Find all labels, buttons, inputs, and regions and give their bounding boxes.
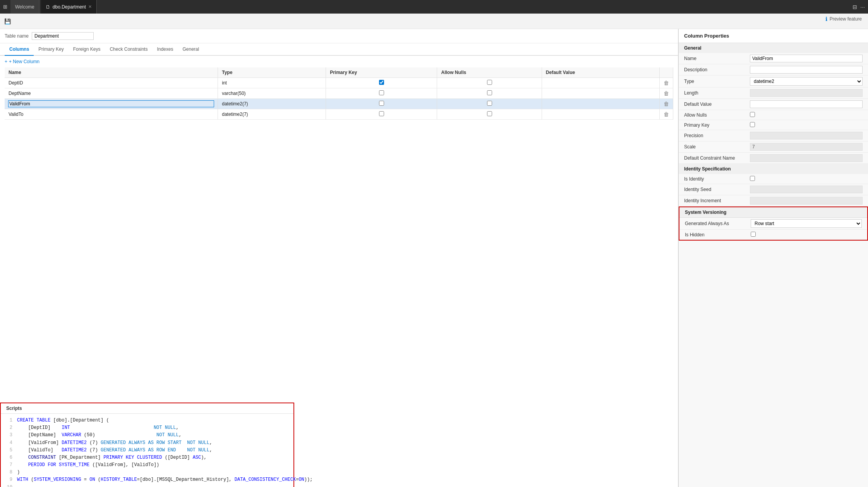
title-bar-right: ⊟ ··· [853,4,865,10]
tab-foreign-keys[interactable]: Foreign Keys [69,43,105,56]
prop-type-select[interactable]: datetime2 int varchar nvarchar bit [750,77,863,86]
code-line-5: 5 [ValidTo] DATETIME2 (7) GENERATED ALWA… [6,447,288,454]
tab-check-constraints[interactable]: Check Constraints [105,43,152,56]
table-row: DeptName varchar(50) 🗑 [5,88,673,99]
prop-label-name: Name [684,56,750,61]
scripts-header: Scripts [1,403,293,414]
prop-label-length: Length [684,90,750,96]
prop-value-primary-key [750,122,863,128]
code-line-10: 10 [6,484,288,487]
pk-checkbox-deptid[interactable] [379,80,384,85]
prop-value-precision [750,132,863,139]
prop-generated-always-as-select[interactable]: Row start Row end None [751,219,862,228]
prop-value-generated-always-as: Row start Row end None [751,219,862,228]
pk-checkbox-validfrom[interactable] [379,101,384,106]
new-column-button[interactable]: + + New Column [0,56,678,67]
prop-row-primary-key: Primary Key [679,120,868,130]
delete-icon-deptid[interactable]: 🗑 [664,80,669,86]
cell-type: int [218,78,326,88]
table-name-label: Table name [5,33,29,39]
tab-indexes[interactable]: Indexes [152,43,178,56]
cell-delete: 🗑 [660,109,673,120]
code-line-6: 6 CONSTRAINT [PK_Department] PRIMARY KEY… [6,454,288,461]
prop-default-value-input[interactable] [750,100,863,108]
prop-primary-key-checkbox[interactable] [750,122,755,127]
prop-value-is-identity [750,176,863,182]
prop-is-identity-checkbox[interactable] [750,176,755,181]
cell-delete: 🗑 [660,99,673,109]
table-row: ValidTo datetime2(7) 🗑 [5,109,673,120]
column-name-input-validfrom[interactable] [9,101,214,107]
save-icon[interactable]: 💾 [3,17,12,26]
table-row: DeptID int 🗑 [5,78,673,88]
cell-delete: 🗑 [660,88,673,99]
welcome-tab-label: Welcome [15,4,34,10]
prop-label-is-hidden: Is Hidden [685,232,751,237]
table-name-input[interactable] [32,32,94,40]
right-panel: Column Properties General Name Descripti… [678,29,868,487]
prop-value-identity-increment [750,197,863,205]
prop-default-constraint-name-input [750,154,863,162]
dbo-department-tab-label: dbo.Department [53,4,86,10]
prop-allow-nulls-checkbox[interactable] [750,112,755,117]
code-line-2: 2 [DeptID] INT NOT NULL, [6,424,288,432]
delete-icon-deptname[interactable]: 🗑 [664,90,669,96]
close-tab-icon[interactable]: ✕ [88,4,92,9]
prop-is-hidden-checkbox[interactable] [751,232,756,237]
prop-value-default-constraint-name [750,154,863,162]
prop-label-type: Type [684,79,750,84]
tab-general[interactable]: General [178,43,204,56]
prop-label-precision: Precision [684,133,750,138]
prop-value-scale [750,143,863,151]
delete-icon-validto[interactable]: 🗑 [664,111,669,117]
identity-section-header: Identity Specification [679,164,868,174]
tab-primary-key[interactable]: Primary Key [34,43,68,56]
prop-row-is-hidden: Is Hidden [679,230,867,240]
prop-value-type: datetime2 int varchar nvarchar bit [750,77,863,86]
more-icon[interactable]: ··· [860,4,865,10]
prop-row-identity-seed: Identity Seed [679,184,868,195]
prop-identity-seed-input [750,186,863,193]
prop-row-default-value: Default Value [679,99,868,110]
nulls-checkbox-validfrom[interactable] [487,101,492,106]
prop-name-input[interactable] [750,55,863,62]
col-header-default-value: Default Value [542,67,659,78]
cell-nulls [437,88,542,99]
cell-name: ValidTo [5,109,218,120]
pk-checkbox-validto[interactable] [379,111,384,116]
code-line-9: 9WITH (SYSTEM_VERSIONING = ON (HISTORY_T… [6,476,288,484]
cell-default [542,99,659,109]
prop-value-default-value [750,100,863,108]
tab-welcome[interactable]: Welcome [10,0,39,14]
cell-type: varchar(50) [218,88,326,99]
cell-nulls [437,109,542,120]
nulls-checkbox-validto[interactable] [487,111,492,116]
delete-icon-validfrom[interactable]: 🗑 [664,101,669,107]
prop-label-primary-key: Primary Key [684,122,750,128]
cell-pk [326,88,437,99]
nulls-checkbox-deptname[interactable] [487,90,492,95]
cell-type: datetime2(7) [218,99,326,109]
nulls-checkbox-deptid[interactable] [487,80,492,85]
prop-label-default-value: Default Value [684,102,750,107]
prop-row-name: Name [679,53,868,64]
cell-default [542,78,659,88]
cell-name: DeptID [5,78,218,88]
layout-icon[interactable]: ⊟ [853,4,857,10]
preview-bar: ℹ Preview feature [819,14,868,24]
prop-scale-input [750,143,863,151]
cell-pk [326,78,437,88]
prop-label-identity-increment: Identity Increment [684,198,750,203]
tab-dbo-department[interactable]: 🗋 dbo.Department ✕ [41,0,97,14]
code-line-8: 8) [6,469,288,476]
pk-checkbox-deptname[interactable] [379,90,384,95]
scripts-panel: Scripts 1CREATE TABLE [dbo].[Department]… [0,403,294,487]
prop-row-precision: Precision [679,130,868,141]
tab-columns[interactable]: Columns [5,43,34,56]
app-icon: ⊞ [3,4,7,10]
prop-precision-input [750,132,863,139]
prop-description-input[interactable] [750,66,863,74]
cell-default [542,109,659,120]
prop-label-is-identity: Is Identity [684,176,750,182]
prop-row-generated-always-as: Generated Always As Row start Row end No… [679,218,867,230]
